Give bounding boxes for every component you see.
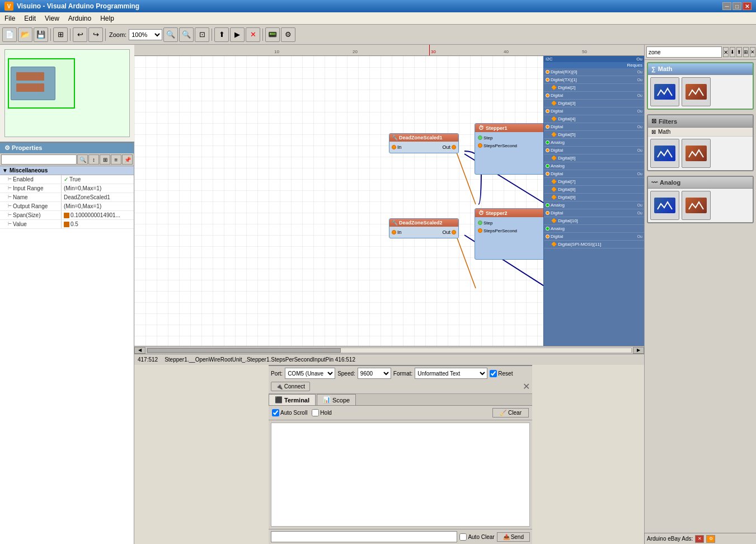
- toolbox-analog-item-2[interactable]: [682, 191, 711, 220]
- board-pin-row-analog1[interactable]: Analog: [544, 139, 644, 147]
- scroll-right-btn[interactable]: ▶: [633, 347, 644, 354]
- toolbox-clear-search[interactable]: ✕: [723, 47, 729, 57]
- toolbox-search-btn-2[interactable]: ⬆: [736, 47, 742, 57]
- maximize-button[interactable]: □: [732, 2, 741, 10]
- new-button[interactable]: 📄: [2, 27, 17, 42]
- board-pin-row-dig-a1[interactable]: Digital Ou: [544, 147, 644, 154]
- canvas-area[interactable]: 10 20 30 40 50: [134, 45, 644, 544]
- open-button[interactable]: 📂: [18, 27, 32, 42]
- menu-file[interactable]: File: [0, 13, 20, 24]
- send-button[interactable]: 📤 Send: [497, 532, 530, 542]
- stepper2-step-in[interactable]: Step: [478, 221, 492, 226]
- board-pin-row-dig-a2[interactable]: Digital Ou: [544, 170, 644, 178]
- props-btn-2[interactable]: ↕: [88, 154, 99, 165]
- autoclear-checkbox[interactable]: [459, 533, 467, 541]
- board-pin-row-4[interactable]: Digital Ou: [544, 123, 644, 131]
- connect-button[interactable]: 🔌 Connect: [271, 382, 310, 391]
- toolbox-filters-item-2[interactable]: [682, 139, 711, 168]
- undo-button[interactable]: ↩: [73, 27, 87, 42]
- zoom-select[interactable]: 50% 75% 100% 125% 150% 200%: [129, 29, 162, 40]
- menu-edit[interactable]: Edit: [20, 13, 40, 24]
- clear-button[interactable]: 🧹 Clear: [492, 408, 529, 418]
- stepper1-stepspersec-in[interactable]: StepsPerSecond: [478, 143, 517, 148]
- properties-search-input[interactable]: [1, 154, 77, 165]
- prop-value-value[interactable]: 0.5: [62, 220, 134, 228]
- stepper2-stepspersec-in[interactable]: StepsPerSecond: [478, 228, 517, 233]
- board-pin-row-dig-a3[interactable]: Digital Ou: [544, 209, 644, 217]
- scrollbar-track[interactable]: [147, 348, 632, 353]
- deadzone1-out-port[interactable]: Out: [442, 144, 456, 150]
- toolbox-math-header[interactable]: ∑ Math: [648, 63, 753, 75]
- arduino-board-strip[interactable]: I2C Ou Reques Digital(RX)[0] Ou Digital(…: [543, 56, 644, 346]
- board-button[interactable]: ⚙: [281, 27, 295, 42]
- toolbox-search-btn-1[interactable]: ⬇: [730, 47, 735, 57]
- ads-btn-1[interactable]: ✕: [695, 535, 704, 543]
- toolbox-math-item-2[interactable]: [682, 77, 711, 106]
- stop-button[interactable]: ✕: [246, 27, 260, 42]
- minimize-button[interactable]: ─: [722, 2, 731, 10]
- deadzone-scaled1-component[interactable]: 🔧 DeadZoneScaled1 In Out: [389, 133, 459, 153]
- stepper1-step-in[interactable]: Step: [478, 135, 492, 140]
- autoscroll-checkbox[interactable]: [272, 409, 279, 416]
- board-pin-row-analog3[interactable]: Analog Ou: [544, 201, 644, 209]
- port-select[interactable]: COM5 (Unave: [285, 368, 335, 379]
- props-section-header[interactable]: ▼ Miscellaneous: [0, 166, 134, 175]
- prop-value-name[interactable]: DeadZoneScaled1: [62, 193, 134, 201]
- deadzone2-out-port[interactable]: Out: [442, 229, 456, 235]
- serial-monitor-button[interactable]: 📟: [265, 27, 280, 42]
- scrollbar-thumb[interactable]: [147, 348, 341, 353]
- board-pin-row-0[interactable]: Digital(RX)[0] Ou: [544, 68, 644, 76]
- toolbox-math-item-1[interactable]: [650, 77, 679, 106]
- board-pin-row-3[interactable]: Digital Ou: [544, 107, 644, 115]
- redo-button[interactable]: ↪: [88, 27, 103, 42]
- board-pin-row-analog2[interactable]: Analog: [544, 162, 644, 170]
- autoclear-label[interactable]: Auto Clear: [459, 533, 494, 541]
- tab-scope[interactable]: 📊 Scope: [317, 394, 356, 405]
- arduino-compile-button[interactable]: ▶: [230, 27, 245, 42]
- toolbox-search-btn-4[interactable]: ✕: [750, 47, 755, 57]
- canvas-hscrollbar[interactable]: ◀ ▶: [134, 346, 644, 354]
- close-button[interactable]: ✕: [743, 2, 752, 10]
- deadzone1-in-port[interactable]: In: [392, 144, 402, 150]
- zoom-in-button[interactable]: 🔍: [163, 27, 178, 42]
- prop-value-span[interactable]: 0.1000000014901...: [62, 211, 134, 219]
- zoom-out-button[interactable]: 🔍: [179, 27, 194, 42]
- close-serial-btn[interactable]: ✕: [523, 381, 530, 392]
- deadzone2-in-port[interactable]: In: [392, 229, 402, 235]
- arduino-upload-button[interactable]: ⬆: [214, 27, 229, 42]
- prop-value-outputrange[interactable]: (Min=0,Max=1): [62, 202, 134, 210]
- props-btn-1[interactable]: 🔍: [77, 154, 88, 165]
- scroll-left-btn[interactable]: ◀: [134, 347, 145, 354]
- speed-select[interactable]: 9600 19200 115200: [358, 368, 391, 379]
- board-pin-row-dig-a4[interactable]: Digital Ou: [544, 233, 644, 241]
- grid-button[interactable]: ⊞: [53, 27, 68, 42]
- board-pin-row-2[interactable]: Digital Ou: [544, 92, 644, 100]
- format-select[interactable]: Unformatted Text Decimal Hexadecimal: [415, 368, 487, 379]
- props-btn-3[interactable]: ⊞: [100, 154, 110, 165]
- toolbox-analog-item-1[interactable]: [650, 191, 679, 220]
- menu-help[interactable]: Help: [96, 13, 119, 24]
- canvas-scrollable[interactable]: 🔧 DeadZoneScaled1 In Out: [134, 56, 644, 346]
- props-pin-btn[interactable]: 📌: [122, 154, 133, 165]
- hold-checkbox[interactable]: [312, 409, 319, 416]
- save-button[interactable]: 💾: [34, 27, 48, 42]
- toolbox-filters-header[interactable]: ⊠ Filters: [648, 115, 753, 128]
- serial-input[interactable]: [271, 531, 457, 542]
- menu-view[interactable]: View: [40, 13, 64, 24]
- deadzone-scaled2-component[interactable]: 🔧 DeadZoneScaled2 In Out: [389, 218, 459, 238]
- board-pin-row-analog4[interactable]: Analog: [544, 225, 644, 233]
- toolbox-search-input[interactable]: [646, 46, 722, 58]
- menu-arduino[interactable]: Arduino: [64, 13, 96, 24]
- tab-terminal[interactable]: ⬛ Terminal: [269, 394, 316, 405]
- prop-value-inputrange[interactable]: (Min=0,Max=1): [62, 184, 134, 193]
- terminal-area[interactable]: [271, 423, 530, 527]
- ads-btn-2[interactable]: ⚙: [706, 535, 715, 543]
- reset-checkbox-label[interactable]: Reset: [490, 370, 513, 377]
- prop-value-enabled[interactable]: ✓ True: [62, 175, 134, 184]
- autoscroll-label[interactable]: Auto Scroll: [272, 409, 307, 416]
- toolbox-analog-header[interactable]: 〰 Analog: [648, 177, 753, 189]
- toolbox-search-btn-3[interactable]: ⊞: [743, 47, 749, 57]
- board-pin-row-1[interactable]: Digital(TX)[1] Ou: [544, 76, 644, 84]
- hold-label[interactable]: Hold: [312, 409, 332, 416]
- zoom-fit-button[interactable]: ⊡: [195, 27, 209, 42]
